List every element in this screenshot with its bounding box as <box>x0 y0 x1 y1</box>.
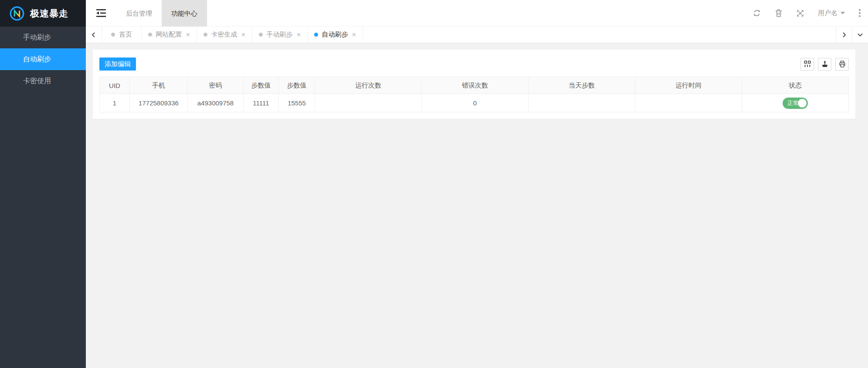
sidebar-item-auto-steps[interactable]: 自动刷步 <box>0 48 86 70</box>
brand[interactable]: 极速暴走 <box>0 0 86 27</box>
cell-uid: 1 <box>100 94 130 112</box>
table-card: 添加编辑 <box>93 50 855 119</box>
fullscreen-icon[interactable] <box>796 9 804 17</box>
header: 后台管理 功能中心 <box>86 0 868 27</box>
table-row: 1 17725809336 a493009758 11111 15555 0 正… <box>100 94 848 112</box>
tab-dot <box>259 33 263 37</box>
username-label: 用户名 <box>818 9 837 17</box>
tab-card-generate[interactable]: 卡密生成 × <box>197 27 252 43</box>
cell-today-steps <box>529 94 635 112</box>
cell-steps-max: 15555 <box>279 94 315 112</box>
tab-close-icon[interactable]: × <box>241 31 246 38</box>
col-error-count: 错误次数 <box>422 77 529 94</box>
topnav-item-admin[interactable]: 后台管理 <box>116 0 162 27</box>
brand-logo-icon <box>9 5 25 22</box>
cell-run-time <box>635 94 742 112</box>
brand-title: 极速暴走 <box>30 7 68 20</box>
col-run-time: 运行时间 <box>635 77 742 94</box>
more-vertical-icon[interactable] <box>858 9 861 17</box>
tabbar-spacer <box>363 27 836 43</box>
cell-password: a493009758 <box>188 94 244 112</box>
status-toggle-knob <box>798 99 807 108</box>
data-table: UID 手机 密码 步数值 步数值 运行次数 错误次数 当天步数 运行时间 状态… <box>99 77 849 112</box>
tabs: 首页 网站配置 × 卡密生成 × 手动刷步 × 自动刷步 × <box>102 27 363 43</box>
tab-label: 网站配置 <box>156 30 182 39</box>
col-steps-max: 步数值 <box>279 77 315 94</box>
header-actions: 用户名 <box>753 9 868 17</box>
refresh-icon[interactable] <box>753 9 761 17</box>
tab-close-icon[interactable]: × <box>352 31 356 38</box>
main-content: 添加编辑 <box>86 43 868 368</box>
tab-label: 手动刷步 <box>267 30 293 39</box>
col-uid: UID <box>100 77 130 94</box>
table-tool-icons <box>800 58 849 71</box>
col-steps-min: 步数值 <box>244 77 279 94</box>
col-password: 密码 <box>188 77 244 94</box>
table-header-row: UID 手机 密码 步数值 步数值 运行次数 错误次数 当天步数 运行时间 状态 <box>100 77 848 94</box>
tab-home[interactable]: 首页 <box>102 27 142 43</box>
sidebar: 极速暴走 手动刷步 自动刷步 卡密使用 <box>0 0 86 368</box>
add-edit-button[interactable]: 添加编辑 <box>99 57 136 71</box>
trash-icon[interactable] <box>775 9 783 17</box>
tab-auto-steps[interactable]: 自动刷步 × <box>308 27 363 43</box>
status-toggle-label: 正常 <box>787 99 799 107</box>
columns-filter-icon[interactable] <box>800 58 814 71</box>
tab-bar: 首页 网站配置 × 卡密生成 × 手动刷步 × 自动刷步 × <box>86 27 868 43</box>
tab-dot <box>203 33 207 37</box>
topnav-item-function-center[interactable]: 功能中心 <box>162 0 207 27</box>
cell-status: 正常 <box>742 94 848 112</box>
tabs-dropdown-icon[interactable] <box>852 27 868 43</box>
tab-dot <box>314 33 318 37</box>
cell-steps-min: 11111 <box>244 94 279 112</box>
tab-close-icon[interactable]: × <box>297 31 301 38</box>
user-menu[interactable]: 用户名 <box>818 9 845 17</box>
sidebar-item-manual-steps[interactable]: 手动刷步 <box>0 27 86 48</box>
table-toolbar: 添加编辑 <box>99 57 849 71</box>
tab-dot <box>111 33 115 37</box>
cell-run-count <box>315 94 422 112</box>
col-phone: 手机 <box>130 77 188 94</box>
sidebar-item-card-usage[interactable]: 卡密使用 <box>0 70 86 92</box>
col-run-count: 运行次数 <box>315 77 422 94</box>
tab-manual-steps[interactable]: 手动刷步 × <box>252 27 308 43</box>
cell-phone: 17725809336 <box>130 94 188 112</box>
collapse-menu-icon[interactable] <box>86 0 116 27</box>
tab-dot <box>148 33 152 37</box>
tabs-scroll-left-icon[interactable] <box>86 27 102 43</box>
col-today-steps: 当天步数 <box>529 77 635 94</box>
tab-label: 卡密生成 <box>211 30 237 39</box>
col-status: 状态 <box>742 77 848 94</box>
tab-site-config[interactable]: 网站配置 × <box>142 27 197 43</box>
tab-label: 首页 <box>119 30 132 39</box>
tab-close-icon[interactable]: × <box>186 31 190 38</box>
cell-error-count: 0 <box>422 94 529 112</box>
status-toggle[interactable]: 正常 <box>783 98 808 109</box>
export-icon[interactable] <box>818 58 831 71</box>
chevron-down-icon <box>841 12 845 14</box>
tabs-scroll-right-icon[interactable] <box>836 27 852 43</box>
sidebar-menu: 手动刷步 自动刷步 卡密使用 <box>0 27 86 92</box>
tab-label: 自动刷步 <box>322 30 348 39</box>
print-icon[interactable] <box>835 58 849 71</box>
